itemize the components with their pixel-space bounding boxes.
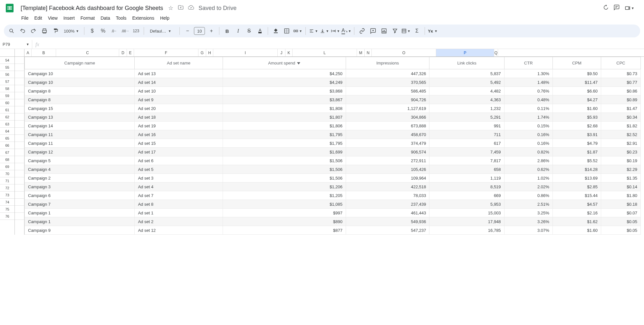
header-link-clicks[interactable]: Link clicks xyxy=(429,57,504,69)
row-header-76[interactable]: 76 xyxy=(0,213,14,220)
row-header-61[interactable]: 61 xyxy=(0,106,14,113)
col-header-G[interactable]: G xyxy=(198,49,206,56)
text-color-icon[interactable]: A xyxy=(255,26,264,35)
dec-increase-icon[interactable]: .00→ xyxy=(120,26,130,35)
menu-tools[interactable]: Tools xyxy=(113,14,129,22)
bold-icon[interactable]: B xyxy=(223,26,232,35)
cloud-icon[interactable] xyxy=(188,5,194,12)
meet-icon[interactable]: ▼ xyxy=(625,5,634,11)
data-table[interactable]: Campaign nameAd set nameAmount spendImpr… xyxy=(24,57,641,235)
addon-icon[interactable]: Yĸ▼ xyxy=(428,26,437,35)
table-row[interactable]: Campaign 2Ad set 3$1,506109,9641,1191.02… xyxy=(25,174,641,182)
wrap-icon[interactable]: ▼ xyxy=(331,26,340,35)
currency-icon[interactable]: $ xyxy=(88,26,97,35)
zoom-select[interactable]: 100%▼ xyxy=(62,29,81,34)
table-row[interactable]: Campaign 8Ad set 9$3,867904,7264,3630.48… xyxy=(25,95,641,104)
table-row[interactable]: Campaign 12Ad set 17$1,699906,5747,4590.… xyxy=(25,148,641,156)
rotate-icon[interactable]: A↘▼ xyxy=(342,26,351,35)
col-header-D[interactable]: D xyxy=(119,49,127,56)
strike-icon[interactable]: S xyxy=(245,26,254,35)
row-header-55[interactable]: 55 xyxy=(0,64,14,71)
col-header-M[interactable]: M xyxy=(357,49,365,56)
formula-bar[interactable] xyxy=(43,40,644,49)
row-header-72[interactable]: 72 xyxy=(0,184,14,192)
italic-icon[interactable]: I xyxy=(234,26,243,35)
menu-help[interactable]: Help xyxy=(158,14,172,22)
filter-icon[interactable] xyxy=(390,26,399,35)
row-header-58[interactable]: 58 xyxy=(0,85,14,92)
row-header-62[interactable]: 62 xyxy=(0,113,14,121)
search-icon[interactable] xyxy=(7,26,16,35)
table-row[interactable]: Campaign 11Ad set 15$1,795374,4796170.16… xyxy=(25,139,641,148)
menu-file[interactable]: File xyxy=(19,14,31,22)
row-header-68[interactable]: 68 xyxy=(0,156,14,163)
row-header-65[interactable]: 65 xyxy=(0,135,14,142)
font-dec-icon[interactable]: − xyxy=(183,26,192,35)
menu-format[interactable]: Format xyxy=(78,14,97,22)
merge-icon[interactable]: ▼ xyxy=(293,26,302,35)
header-ctr[interactable]: CTR xyxy=(504,57,553,69)
col-header-P[interactable]: P xyxy=(436,49,494,56)
header-cpc[interactable]: CPC xyxy=(601,57,641,69)
row-header-63[interactable]: 63 xyxy=(0,121,14,128)
table-row[interactable]: Campaign 13Ad set 18$1,807304,8665,2911.… xyxy=(25,113,641,122)
move-icon[interactable] xyxy=(178,5,184,12)
table-row[interactable]: Campaign 8Ad set 10$3,868586,4854,4820.7… xyxy=(25,87,641,95)
col-header-E[interactable]: E xyxy=(127,49,134,56)
table-row[interactable]: Campaign 10Ad set 14$4,249370,5655,4921.… xyxy=(25,78,641,87)
comment-add-icon[interactable] xyxy=(369,26,378,35)
filter-views-icon[interactable]: ▼ xyxy=(401,26,410,35)
header-cpm[interactable]: CPM xyxy=(553,57,601,69)
row-header-73[interactable]: 73 xyxy=(0,192,14,199)
table-row[interactable]: Campaign 15Ad set 20$1,8081,127,6191,232… xyxy=(25,104,641,113)
row-header-74[interactable]: 74 xyxy=(0,199,14,206)
table-row[interactable]: Campaign 1Ad set 1$997461,44315,0033.25%… xyxy=(25,209,641,217)
print-icon[interactable] xyxy=(40,26,49,35)
table-row[interactable]: Campaign 5Ad set 6$1,506272,9117,8172.86… xyxy=(25,156,641,165)
link-icon[interactable] xyxy=(358,26,367,35)
fill-color-icon[interactable] xyxy=(271,26,280,35)
menu-insert[interactable]: Insert xyxy=(61,14,77,22)
h-align-icon[interactable]: ▼ xyxy=(309,26,318,35)
font-size-input[interactable] xyxy=(194,27,205,35)
name-box[interactable]: P79▼ xyxy=(0,40,32,49)
star-icon[interactable]: ☆ xyxy=(168,5,173,12)
row-header-75[interactable]: 75 xyxy=(0,206,14,213)
paint-format-icon[interactable] xyxy=(51,26,60,35)
chart-icon[interactable] xyxy=(380,26,389,35)
row-header-56[interactable]: 56 xyxy=(0,71,14,78)
dec-decrease-icon[interactable]: .0← xyxy=(110,26,119,35)
redo-icon[interactable] xyxy=(29,26,38,35)
col-header-J[interactable]: J xyxy=(278,49,285,56)
col-header-H[interactable]: H xyxy=(206,49,213,56)
font-inc-icon[interactable]: + xyxy=(207,26,216,35)
row-header-57[interactable]: 57 xyxy=(0,78,14,85)
row-header-66[interactable]: 66 xyxy=(0,142,14,149)
header-amount-spend[interactable]: Amount spend xyxy=(223,57,346,69)
row-header-67[interactable]: 67 xyxy=(0,149,14,156)
table-row[interactable]: Campaign 14Ad set 19$1,806673,8889910.15… xyxy=(25,122,641,130)
doc-title[interactable]: [Template] Facebook Ads dashboard for Go… xyxy=(19,4,165,12)
select-all-corner[interactable] xyxy=(0,49,15,56)
col-header-C[interactable]: C xyxy=(56,49,119,56)
undo-icon[interactable] xyxy=(18,26,27,35)
col-header-L[interactable]: L xyxy=(293,49,357,56)
row-header-64[interactable]: 64 xyxy=(0,128,14,135)
col-header-K[interactable]: K xyxy=(285,49,293,56)
table-row[interactable]: Campaign 3Ad set 4$1,206422,5188,5192.02… xyxy=(25,182,641,191)
table-row[interactable]: Campaign 1Ad set 2$890549,93617,9483.26%… xyxy=(25,217,641,226)
more-formats-icon[interactable]: 123 xyxy=(131,26,140,35)
menu-view[interactable]: View xyxy=(45,14,60,22)
row-header-60[interactable]: 60 xyxy=(0,99,14,106)
header-campaign-name[interactable]: Campaign name xyxy=(25,57,135,69)
table-row[interactable]: Campaign 6Ad set 7$1,20578,0336690.86%$1… xyxy=(25,191,641,200)
header-impressions[interactable]: Impressions xyxy=(346,57,429,69)
percent-icon[interactable]: % xyxy=(99,26,108,35)
col-header-A[interactable]: A xyxy=(24,49,32,56)
col-header-I[interactable]: I xyxy=(213,49,278,56)
col-header-N[interactable]: N xyxy=(365,49,372,56)
history-icon[interactable] xyxy=(603,5,609,12)
font-select[interactable]: Defaul…▼ xyxy=(147,29,176,34)
menu-extensions[interactable]: Extensions xyxy=(130,14,157,22)
row-header-59[interactable]: 59 xyxy=(0,92,14,99)
